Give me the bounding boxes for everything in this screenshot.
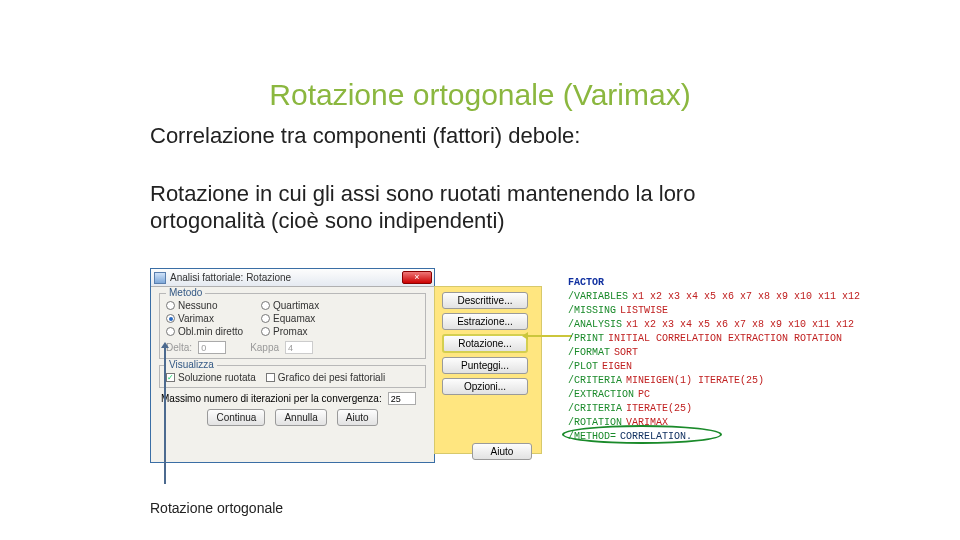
radio-label: Obl.min diretto [178, 326, 243, 337]
side-btn-scores[interactable]: Punteggi... [442, 357, 528, 374]
radio-label: Promax [273, 326, 307, 337]
syntax-kw: /ANALYSIS [568, 318, 622, 332]
parent-help-button[interactable]: Aiuto [472, 443, 532, 460]
syntax-arg: INITIAL CORRELATION EXTRACTION ROTATION [608, 332, 842, 346]
syntax-kw: /EXTRACTION [568, 388, 634, 402]
syntax-arg: EIGEN [602, 360, 632, 374]
syntax-arg: CORRELATION. [620, 430, 692, 444]
radio-equamax[interactable]: Equamax [261, 313, 319, 324]
rotation-dialog: Analisi fattoriale: Rotazione × Metodo N… [150, 268, 435, 463]
dialog-icon [154, 272, 166, 284]
checkbox-plot[interactable]: Grafico dei pesi fattoriali [266, 372, 385, 383]
figure-area: Analisi fattoriale: Rotazione × Metodo N… [150, 268, 850, 488]
syntax-kw: /FORMAT [568, 346, 610, 360]
paragraph-1: Correlazione tra componenti (fattori) de… [150, 122, 810, 150]
syntax-arg: VARIMAX [626, 416, 668, 430]
arrow-icon [528, 335, 572, 337]
groupbox-method: Metodo Nessuno Varimax Obl.min diretto Q… [159, 293, 426, 359]
syntax-kw: /CRITERIA [568, 374, 622, 388]
radio-promax[interactable]: Promax [261, 326, 319, 337]
syntax-kw: /VARIABLES [568, 290, 628, 304]
delta-input: 0 [198, 341, 226, 354]
radio-label: Varimax [178, 313, 214, 324]
syntax-arg: SORT [614, 346, 638, 360]
checkbox-label: Soluzione ruotata [178, 372, 256, 383]
groupbox-method-legend: Metodo [166, 287, 205, 298]
radio-label: Nessuno [178, 300, 217, 311]
radio-label: Equamax [273, 313, 315, 324]
syntax-kw: /MISSING [568, 304, 616, 318]
radio-nessuno[interactable]: Nessuno [166, 300, 243, 311]
side-buttons: Descrittive... Estrazione... Rotazione..… [442, 292, 528, 395]
side-btn-descriptives[interactable]: Descrittive... [442, 292, 528, 309]
syntax-arg: PC [638, 388, 650, 402]
syntax-kw: /METHOD= [568, 430, 616, 444]
cancel-button[interactable]: Annulla [275, 409, 326, 426]
slide-title: Rotazione ortogonale (Varimax) [0, 78, 960, 112]
callout-line-icon [164, 348, 166, 484]
syntax-kw: /ROTATION [568, 416, 622, 430]
delta-label: Delta: [166, 342, 192, 353]
syntax-arg: x1 x2 x3 x4 x5 x6 x7 x8 x9 x10 x11 x12 [626, 318, 854, 332]
syntax-block: FACTOR /VARIABLESx1 x2 x3 x4 x5 x6 x7 x8… [568, 276, 860, 444]
radio-oblimin[interactable]: Obl.min diretto [166, 326, 243, 337]
syntax-head: FACTOR [568, 276, 604, 290]
syntax-arg: x1 x2 x3 x4 x5 x6 x7 x8 x9 x10 x11 x12 [632, 290, 860, 304]
syntax-arg: MINEIGEN(1) ITERATE(25) [626, 374, 764, 388]
kappa-label: Kappa [250, 342, 279, 353]
groupbox-view-legend: Visualizza [166, 359, 217, 370]
checkbox-solution[interactable]: Soluzione ruotata [166, 372, 256, 383]
help-button[interactable]: Aiuto [337, 409, 378, 426]
syntax-kw: /PRINT [568, 332, 604, 346]
iter-label: Massimo numero di iterazioni per la conv… [161, 393, 382, 404]
radio-varimax[interactable]: Varimax [166, 313, 243, 324]
paragraph-2: Rotazione in cui gli assi sono ruotati m… [150, 180, 810, 235]
dialog-titlebar: Analisi fattoriale: Rotazione × [151, 269, 434, 287]
side-btn-rotation[interactable]: Rotazione... [442, 334, 528, 353]
iter-input[interactable]: 25 [388, 392, 416, 405]
checkbox-label: Grafico dei pesi fattoriali [278, 372, 385, 383]
syntax-kw: /PLOT [568, 360, 598, 374]
continue-button[interactable]: Continua [207, 409, 265, 426]
radio-quartimax[interactable]: Quartimax [261, 300, 319, 311]
side-btn-options[interactable]: Opzioni... [442, 378, 528, 395]
syntax-arg: ITERATE(25) [626, 402, 692, 416]
syntax-arg: LISTWISE [620, 304, 668, 318]
radio-label: Quartimax [273, 300, 319, 311]
groupbox-view: Visualizza Soluzione ruotata Grafico dei… [159, 365, 426, 388]
kappa-input: 4 [285, 341, 313, 354]
syntax-kw: /CRITERIA [568, 402, 622, 416]
close-icon[interactable]: × [402, 271, 432, 284]
side-btn-extraction[interactable]: Estrazione... [442, 313, 528, 330]
footer-caption: Rotazione ortogonale [150, 500, 283, 516]
dialog-title: Analisi fattoriale: Rotazione [170, 272, 291, 283]
